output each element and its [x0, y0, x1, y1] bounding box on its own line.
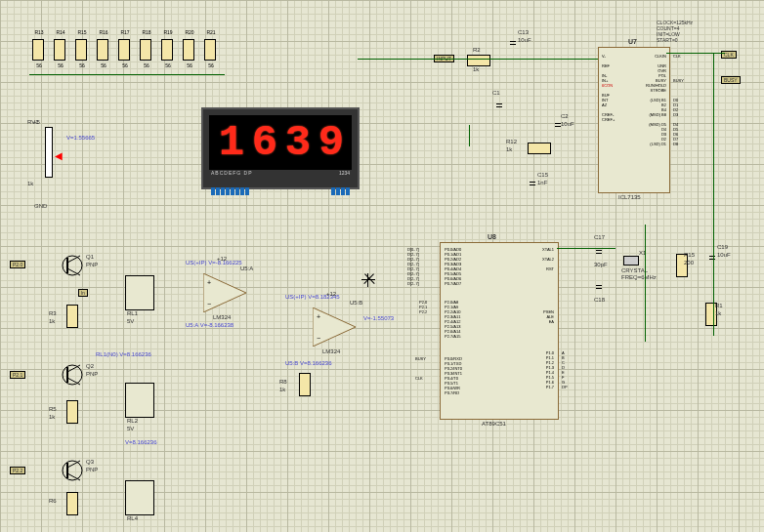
digit-tens: 3 [282, 120, 312, 165]
relay-rl2[interactable] [125, 383, 154, 418]
opamp-u5a[interactable]: +− U5:A LM324 US(+IP) V=-8.166225 U5:A V… [203, 273, 252, 312]
svg-line-10 [67, 461, 80, 468]
digit-units: 9 [316, 120, 345, 165]
probe: U5:B V=8.166236 [285, 360, 332, 366]
resistor[interactable]: R2056 [180, 29, 199, 68]
cap-c19[interactable] [709, 250, 715, 266]
pot-track [45, 127, 53, 178]
relay-rl1[interactable] [125, 275, 154, 310]
transistor-q3[interactable]: Q3 PNP [59, 457, 86, 485]
placement-cursor-x [360, 269, 379, 289]
relay-rl4[interactable] [125, 480, 154, 515]
seven-segment-display[interactable]: 1 6 3 9 ABCDEFG DP 1234 [201, 107, 360, 189]
schematic-canvas[interactable]: R1356 R1456 R1556 R1656 R1756 R1856 R195… [0, 0, 764, 532]
digit-thousands: 1 [216, 120, 245, 165]
adc-note: CLOCK=125kHz COUNT=4 INIT=LOW START=0 [657, 20, 693, 43]
mcu-u8[interactable]: U8 AT89C51 D[0..7] D[2..7] D[2..7] D[2..… [440, 242, 559, 420]
cap-c15[interactable] [530, 176, 535, 191]
net-busy: BUSY [721, 76, 741, 84]
transistor-q1[interactable]: Q1 PNP [59, 252, 86, 280]
probe: V=1.55665 [66, 135, 95, 141]
opamp-u5b[interactable]: +− U5:B LM324 US(+IP) V=8.182345 U5:B V=… [313, 307, 361, 347]
net-p22: P2.2 [10, 467, 25, 474]
display-pins [211, 187, 350, 195]
svg-text:−: − [317, 335, 320, 342]
svg-point-0 [63, 256, 82, 275]
net-p21: P2.1 [10, 371, 25, 379]
resistor[interactable]: R1456 [51, 29, 70, 68]
seg-labels: ABCDEFG DP [211, 170, 253, 176]
resistor[interactable]: R1556 [72, 29, 92, 68]
ref: R13 [29, 29, 49, 35]
transistor-q2[interactable]: Q2 PNP [59, 361, 86, 389]
resistor[interactable]: R1856 [137, 29, 156, 68]
resistor-r8[interactable] [299, 373, 311, 396]
adc-u7[interactable]: U7 ICL7135 V- REF IN- IN+ 6CON BUF INT A… [598, 47, 670, 193]
resistor[interactable]: R2156 [201, 29, 221, 68]
resistor-r12[interactable] [528, 143, 551, 154]
potentiometer[interactable]: RV1 ◀ 1k V=1.55665 [27, 127, 66, 195]
cap-c1[interactable] [496, 98, 502, 113]
probe: RL1(N0) V=8.166236 [96, 351, 151, 357]
resistor[interactable]: R1656 [94, 29, 113, 68]
resistor[interactable]: R1756 [115, 29, 135, 68]
resistor[interactable]: R1956 [158, 29, 178, 68]
resistor-r2[interactable] [467, 55, 490, 66]
resistor-r5[interactable] [66, 400, 78, 424]
svg-text:+: + [317, 313, 320, 320]
probe: V=8.166236 [125, 439, 157, 445]
svg-line-11 [67, 473, 80, 480]
gnd-label: GND [34, 203, 47, 209]
digit-hundreds: 6 [249, 120, 278, 165]
svg-point-8 [63, 461, 82, 480]
svg-line-3 [67, 268, 80, 275]
display-glass: 1 6 3 9 [209, 115, 352, 170]
crystal-x1[interactable] [623, 256, 639, 266]
probe: US(+IP) V=-8.166225 [186, 260, 242, 266]
partname: AT89C51 [482, 421, 506, 427]
net-p20: P2.0 [10, 261, 25, 268]
placement-cursor [361, 273, 375, 287]
power-label: +5 [33, 119, 40, 125]
resistor[interactable]: R1356 [29, 29, 49, 68]
pot-wiper[interactable]: ◀ [55, 150, 63, 161]
resistor-r6[interactable] [66, 492, 78, 515]
num-labels: 1234 [339, 170, 350, 176]
svg-text:−: − [207, 301, 211, 307]
svg-line-6 [67, 365, 80, 372]
probe: U5:A V=-8.166238 [186, 322, 233, 328]
svg-line-2 [67, 256, 80, 263]
resistor-bank: R1356 R1456 R1556 R1656 R1756 R1856 R195… [29, 29, 225, 74]
cap-c17[interactable] [596, 244, 602, 260]
net-input: ln [78, 289, 88, 297]
cap-c18[interactable] [596, 279, 602, 295]
probe: V=-1.55073 [363, 315, 394, 321]
cap-c13[interactable] [510, 35, 516, 51]
svg-text:+: + [207, 279, 211, 286]
value: 56 [29, 62, 49, 68]
resistor-r3[interactable] [66, 305, 78, 328]
svg-line-7 [67, 378, 80, 385]
svg-point-4 [63, 365, 82, 385]
